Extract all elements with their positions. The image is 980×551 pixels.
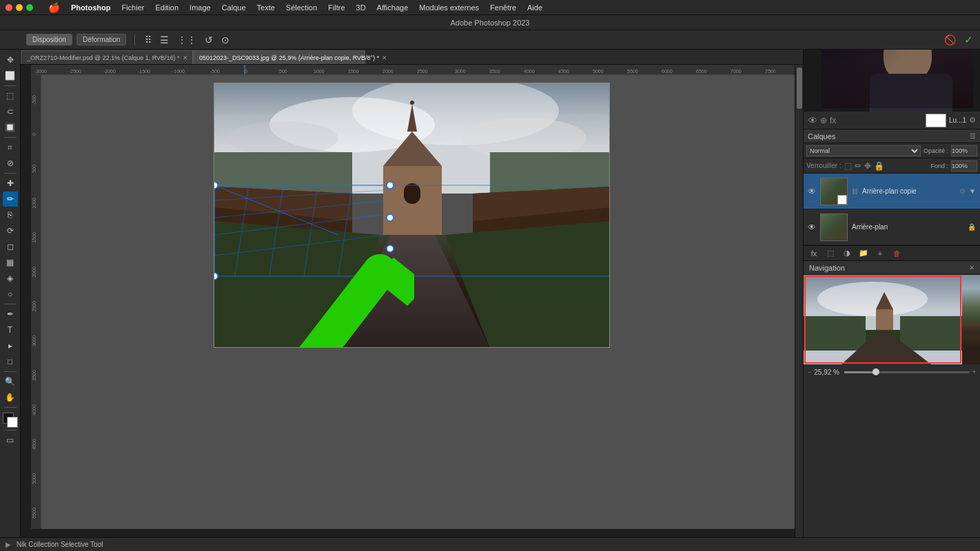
svg-text:-2000: -2000	[103, 69, 116, 74]
options-bar: Disposition Déformation ⠿ ☰ ⋮⋮ ↺ ⊙ 🚫 ✓	[0, 30, 980, 50]
menu-modules[interactable]: Modules externes	[419, 3, 479, 12]
opacity-input[interactable]	[951, 145, 977, 156]
svg-text:4000: 4000	[32, 404, 37, 415]
pen-tool[interactable]: ✒	[3, 306, 18, 322]
svg-text:1500: 1500	[348, 69, 359, 74]
reset-icon[interactable]: ↺	[203, 34, 214, 45]
move-tool[interactable]: ✥	[3, 52, 18, 67]
svg-text:5000: 5000	[593, 69, 604, 74]
deformation-button[interactable]: Déformation	[76, 34, 126, 45]
lock-all-icon[interactable]: 🔒	[874, 161, 884, 171]
menu-texte[interactable]: Texte	[257, 3, 275, 12]
object-select-tool[interactable]: 🔲	[3, 120, 18, 135]
layer-fx-button[interactable]: fx	[808, 247, 820, 260]
hand-tool[interactable]: ✋	[3, 390, 18, 405]
tab-1-close[interactable]: ✕	[183, 54, 188, 61]
lock-position-icon[interactable]: ✥	[864, 161, 871, 171]
align-icon[interactable]: ☰	[159, 34, 170, 45]
menu-filtre[interactable]: Filtre	[328, 3, 345, 12]
nav-panel-close[interactable]: ✕	[969, 264, 974, 271]
layer-new-button[interactable]: +	[874, 247, 886, 260]
tab-2-close[interactable]: ✕	[382, 54, 387, 61]
lock-transparent-icon[interactable]: ⬚	[844, 161, 852, 171]
lock-pixels-icon[interactable]: ✏	[855, 161, 861, 171]
artboard-tool[interactable]: ⬜	[3, 68, 18, 83]
zoom-percentage[interactable]: 25,92 %	[814, 368, 841, 376]
text-tool[interactable]: T	[3, 322, 18, 337]
menu-selection[interactable]: Sélection	[286, 3, 317, 12]
layer-mask-button[interactable]: ⬚	[824, 247, 837, 260]
crop-tool[interactable]: ⌗	[3, 140, 18, 155]
history-brush-tool[interactable]: ⟳	[3, 223, 18, 238]
layer-visibility-icon[interactable]: 👁	[808, 115, 817, 126]
layer-1-expand-icon[interactable]: ▼	[969, 187, 976, 195]
grid-icon[interactable]: ⠿	[143, 34, 153, 45]
lasso-tool[interactable]: ⊂	[3, 104, 18, 119]
close-button[interactable]	[6, 4, 12, 11]
tab-2[interactable]: 05012023-_DSC9033.jpg @ 25,9% (Arrière-p…	[193, 50, 365, 64]
shape-tool[interactable]: □	[3, 354, 18, 369]
disposition-button[interactable]: Disposition	[26, 34, 72, 45]
layer-2-visibility[interactable]: 👁	[808, 222, 816, 232]
app-name-label[interactable]: Photoshop	[71, 3, 110, 12]
layer-delete-button[interactable]: 🗑	[890, 247, 903, 260]
path-select-tool[interactable]: ▸	[3, 338, 18, 353]
eraser-tool[interactable]: ◻	[3, 239, 18, 254]
confirm-transform-icon[interactable]: ✓	[963, 33, 974, 46]
marquee-tool[interactable]: ⬚	[3, 88, 18, 103]
brush-tool[interactable]: ✏	[3, 191, 18, 207]
layer-group-button[interactable]: 📁	[857, 247, 870, 260]
blend-mode-select[interactable]: Normal	[806, 145, 921, 156]
layer-item-arriere-plan-copie[interactable]: 👁 ⛓ Arrière-plan copie ⊙ ▼	[804, 174, 980, 209]
gradient-tool[interactable]: ▦	[3, 255, 18, 270]
menu-image[interactable]: Image	[190, 3, 211, 12]
layer-item-arriere-plan[interactable]: 👁 Arrière-plan 🔒	[804, 209, 980, 245]
menu-3d[interactable]: 3D	[356, 3, 366, 12]
cancel-transform-icon[interactable]: 🚫	[943, 34, 957, 45]
image-canvas[interactable]: ⊕	[214, 83, 610, 348]
svg-rect-99	[804, 316, 866, 351]
layer-fx-icon[interactable]: fx	[830, 116, 836, 125]
tool-sep-4	[4, 304, 17, 304]
layer-adjust-button[interactable]: ◑	[841, 247, 853, 260]
zoom-slider[interactable]	[844, 371, 969, 373]
layer-settings-icon[interactable]: ⚙	[969, 116, 976, 125]
tool-sep-6	[4, 407, 17, 408]
distribute-icon[interactable]: ⋮⋮	[176, 34, 198, 45]
svg-text:2000: 2000	[32, 267, 37, 278]
menu-fichier[interactable]: Fichier	[121, 3, 144, 12]
layer-effects-icon[interactable]: ⊕	[820, 116, 827, 125]
zoom-in-icon[interactable]: +	[972, 368, 976, 375]
fill-input[interactable]	[951, 160, 977, 171]
v-scroll-thumb[interactable]	[797, 67, 802, 109]
layer-color-swatch[interactable]	[926, 114, 946, 127]
healing-tool[interactable]: ✚	[3, 176, 18, 191]
settings-icon[interactable]: ⊙	[220, 34, 231, 45]
zoom-tool[interactable]: 🔍	[3, 374, 18, 389]
layer-1-filter-icon[interactable]: ⊙	[959, 187, 965, 195]
foreground-color[interactable]	[3, 413, 18, 428]
zoom-slider-thumb[interactable]	[872, 368, 879, 375]
layers-panel-menu[interactable]: ☰	[970, 132, 976, 140]
menu-edition[interactable]: Edition	[155, 3, 178, 12]
blur-tool[interactable]: ◈	[3, 271, 18, 286]
tab-1[interactable]: _ORZ2710-Modifier.psd @ 22,1% (Calque 1,…	[21, 50, 193, 64]
zoom-out-icon[interactable]: −	[808, 368, 811, 375]
menu-affichage[interactable]: Affichage	[377, 3, 409, 12]
svg-text:7500: 7500	[765, 69, 776, 74]
maximize-button[interactable]	[26, 4, 33, 11]
vertical-scrollbar[interactable]	[795, 65, 803, 543]
stamp-tool[interactable]: ⎘	[3, 207, 18, 222]
layers-actions-bar: fx ⬚ ◑ 📁 + 🗑	[804, 245, 980, 260]
layer-1-visibility[interactable]: 👁	[808, 187, 816, 196]
screen-mode-tool[interactable]: ▭	[3, 433, 18, 448]
dodge-tool[interactable]: ○	[3, 287, 18, 302]
menu-aide[interactable]: Aide	[527, 3, 542, 12]
minimize-button[interactable]	[16, 4, 23, 11]
svg-text:1500: 1500	[32, 232, 37, 243]
tab-2-label: 05012023-_DSC9033.jpg @ 25,9% (Arrière-p…	[199, 54, 379, 61]
eyedropper-tool[interactable]: ⊘	[3, 156, 18, 171]
menu-fenetre[interactable]: Fenêtre	[490, 3, 516, 12]
menu-calque[interactable]: Calque	[222, 3, 246, 12]
apple-menu[interactable]: 🍎	[48, 2, 60, 13]
